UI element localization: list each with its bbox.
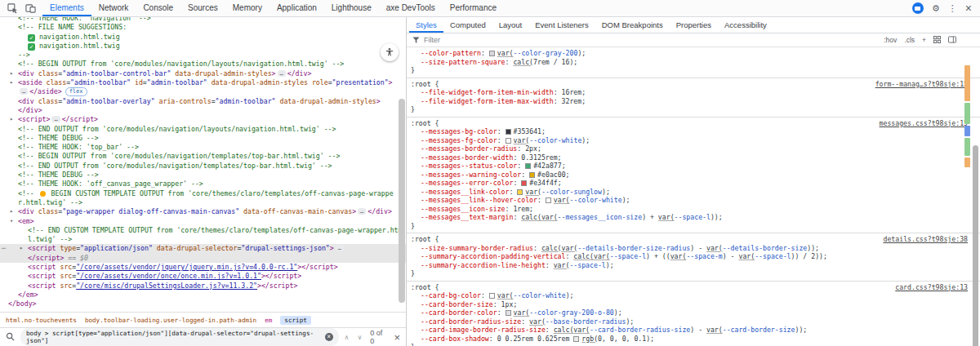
search-input[interactable]: body > script[type="application/json"][d… <box>20 328 339 346</box>
dom-tree-line[interactable]: <!-- BEGIN CUSTOM TEMPLATE OUTPUT from '… <box>0 189 406 198</box>
css-property[interactable]: --messages-border-width: 0.3125rem; <box>407 153 980 162</box>
toggle-sidebar-icon[interactable] <box>948 36 956 45</box>
stylesheet-link[interactable]: messages.css?t98sje:15 <box>880 119 968 128</box>
css-property[interactable]: --card-border-radius-size: var(--base-bo… <box>407 317 980 326</box>
dom-tree-line[interactable]: </em> <box>0 291 406 299</box>
new-style-rule-button[interactable]: + <box>922 36 926 44</box>
flex-badge[interactable]: flex <box>65 87 87 96</box>
color-swatch[interactable] <box>529 172 535 178</box>
expand-arrow-icon[interactable]: ▸ <box>10 207 18 216</box>
toggle-element-state[interactable]: :hov <box>884 36 897 44</box>
main-tab-application[interactable]: Application <box>270 0 324 16</box>
dom-tree-line[interactable]: <!-- THEME HOOK: 'off_canvas_page_wrappe… <box>0 180 406 189</box>
css-property[interactable]: --messages-fg-color: var(--color-white); <box>407 136 980 145</box>
expand-arrow-icon[interactable]: ▸ <box>10 115 18 124</box>
sidebar-tab-event-listeners[interactable]: Event Listeners <box>528 17 595 33</box>
css-property[interactable]: --messages-border-radius: 2px; <box>407 144 980 153</box>
css-property[interactable]: --messages__link-color: var(--color-sung… <box>407 188 980 197</box>
dom-tree-line[interactable]: <!-- BEGIN OUTPUT from 'core/modules/nav… <box>0 60 406 69</box>
css-property[interactable]: --size-pattern-square: calc(7rem / 16); <box>407 58 980 67</box>
toggle-element-classes[interactable]: .cls <box>904 36 915 44</box>
close-devtools-icon[interactable]: × <box>965 2 972 14</box>
sidebar-tab-styles[interactable]: Styles <box>409 17 443 33</box>
sidebar-tab-layout[interactable]: Layout <box>492 17 529 33</box>
expand-arrow-icon[interactable]: ▸ <box>20 244 28 253</box>
stylesheet-link[interactable]: details.css?t98sje:38 <box>883 235 968 244</box>
color-swatch[interactable] <box>517 189 523 195</box>
sidebar-tab-accessibility[interactable]: Accessibility <box>718 17 773 33</box>
breadcrumb-item[interactable]: body.toolbar-loading.user-logged-in.path… <box>85 317 256 324</box>
breadcrumb-item[interactable]: em <box>265 317 272 324</box>
close-find-bar-icon[interactable]: × <box>394 331 400 344</box>
expand-arrow-icon[interactable]: ▸ <box>10 78 18 87</box>
device-toolbar-icon[interactable] <box>24 2 37 15</box>
dom-tree-line[interactable]: </div> <box>0 106 406 115</box>
dom-tree-line[interactable]: <script src="/core/assets/vendor/jquery/… <box>0 263 406 272</box>
css-property[interactable]: --summary-accordion-line-height: var(--s… <box>407 261 980 270</box>
elements-scrollbar[interactable] <box>399 99 405 303</box>
settings-gear-icon[interactable]: ⚙ <box>932 2 940 14</box>
css-property[interactable]: --card-box-shadow: 0 0.25rem 0.625rem rg… <box>407 335 980 344</box>
dom-tree-line[interactable]: </script> == $0 <box>0 254 406 263</box>
dom-tree-line[interactable]: <!-- END OUTPUT from 'core/modules/navig… <box>0 125 406 134</box>
css-property[interactable]: --file-widget-form-item-min-width: 16rem… <box>407 88 980 97</box>
css-property[interactable]: --card-bg-color: var(--color-white); <box>407 291 980 300</box>
accessibility-inspector-button[interactable] <box>381 43 399 61</box>
main-tab-console[interactable]: Console <box>136 0 180 16</box>
find-next-icon[interactable]: ∨ <box>357 334 362 341</box>
color-swatch[interactable] <box>489 293 495 299</box>
main-tab-elements[interactable]: Elements <box>42 0 91 16</box>
dom-tree-line[interactable]: <!-- BEGIN OUTPUT from 'core/modules/nav… <box>0 152 406 161</box>
css-property[interactable]: --messages__link--hover-color: var(--col… <box>407 196 980 205</box>
css-property[interactable]: --messages__text-margin: calc(var(--mess… <box>407 213 980 222</box>
dom-tree-line[interactable]: …</aside>flex <box>0 87 406 96</box>
collapsed-content-icon[interactable]: … <box>20 88 28 95</box>
color-swatch[interactable] <box>506 138 511 144</box>
filter-input[interactable]: Filter <box>424 36 440 44</box>
color-swatch[interactable] <box>506 310 511 316</box>
color-swatch[interactable] <box>573 336 579 342</box>
sidebar-tab-computed[interactable]: Computed <box>443 17 492 33</box>
expand-arrow-icon[interactable]: ▸ <box>10 69 18 78</box>
dom-tree-line[interactable]: ✓navigation.html.twig <box>0 42 406 51</box>
stylesheet-link[interactable]: card.css?t98sje:13 <box>895 283 968 292</box>
clear-search-icon[interactable]: × <box>325 333 333 341</box>
css-property[interactable]: --messages--warning-color: #e0ac00; <box>407 171 980 180</box>
styles-scrollbar[interactable] <box>973 145 978 346</box>
collapsed-content-icon[interactable]: … <box>278 70 286 77</box>
collapsed-content-icon[interactable]: … <box>51 116 60 122</box>
main-tab-lighthouse[interactable]: Lighthouse <box>324 0 379 16</box>
css-property[interactable]: --color-pattern: var(--color-gray-200); <box>407 49 980 58</box>
sidebar-tab-dom-breakpoints[interactable]: DOM Breakpoints <box>595 17 670 33</box>
extension-icon[interactable] <box>912 2 924 14</box>
dom-tree-line[interactable]: <!-- THEME HOOK: 'navigation' --> <box>0 17 406 23</box>
color-swatch[interactable] <box>506 129 511 135</box>
dom-tree-line[interactable]: <!-- FILE NAME SUGGESTIONS: <box>0 23 406 32</box>
dom-tree-line[interactable]: ▸<aside class="admin-toolbar" id="admin-… <box>0 78 406 87</box>
sidebar-tab-properties[interactable]: Properties <box>670 17 718 33</box>
stylesheet-link[interactable]: form--manag…s?t98sje:15 <box>875 80 968 89</box>
color-swatch[interactable] <box>546 197 551 203</box>
breadcrumb-item[interactable]: script <box>280 316 310 325</box>
dom-tree-line[interactable]: l.twig' --> <box>0 235 406 244</box>
dom-tree-line[interactable]: <div class="admin-toolbar-overlay" aria-… <box>0 97 406 106</box>
more-menu-icon[interactable]: ⋮ <box>948 2 957 14</box>
dom-tree-line[interactable]: --> <box>0 51 406 60</box>
collapsed-content-icon[interactable]: … <box>336 245 344 251</box>
main-tab-network[interactable]: Network <box>91 0 136 16</box>
dom-tree-line[interactable]: r.html.twig' --> <box>0 198 406 207</box>
css-property[interactable]: --file-widget-form-item-max-width: 32rem… <box>407 97 980 106</box>
color-swatch[interactable] <box>489 51 495 56</box>
dom-tree-line[interactable]: <script src="/core/misc/drupalSettingsLo… <box>0 282 406 291</box>
dom-tree-line[interactable]: </body> <box>0 299 406 308</box>
css-property[interactable]: --card-border-color: var(--color-gray-20… <box>407 308 980 317</box>
main-tab-performance[interactable]: Performance <box>443 0 504 16</box>
css-property[interactable]: --card-image-border-radius-size: calc(va… <box>407 326 980 335</box>
dom-tree-line[interactable]: <!-- THEME DEBUG --> <box>0 134 406 143</box>
css-property[interactable]: --summary-accordion-padding-vertical: ca… <box>407 252 980 261</box>
overflow-menu-icon[interactable]: ⋯ <box>2 244 5 253</box>
dom-tree-line[interactable]: <!-- THEME DEBUG --> <box>0 171 406 180</box>
dom-tree-line[interactable]: ▾<em> <box>0 217 406 226</box>
dom-tree-line[interactable]: ▸<div class="admin-toolbar-control-bar" … <box>0 69 406 78</box>
css-property[interactable]: --messages-bg-color: #353641; <box>407 127 980 136</box>
